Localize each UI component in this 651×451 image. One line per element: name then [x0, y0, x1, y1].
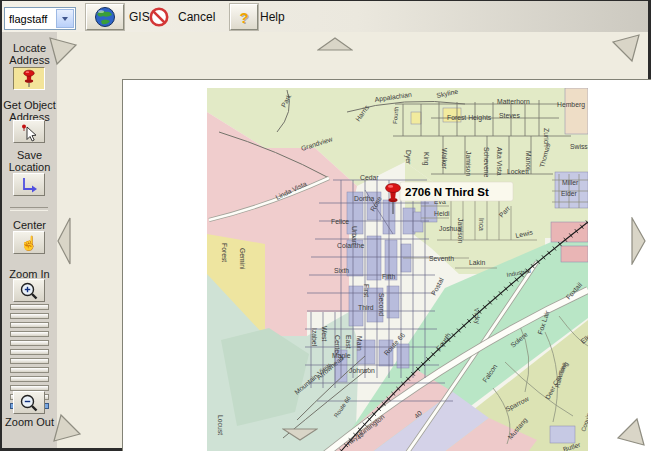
svg-text:Alta Vista: Alta Vista [496, 147, 503, 176]
svg-text:Jamison: Jamison [465, 151, 472, 177]
zoom-level-bar[interactable] [10, 358, 49, 364]
zoom-level-bar[interactable] [10, 340, 49, 346]
svg-text:First: First [363, 284, 370, 297]
svg-text:Schevene: Schevene [483, 147, 490, 177]
svg-text:2706 N Third St: 2706 N Third St [405, 186, 489, 198]
save-location-label: Save Location [2, 149, 57, 173]
svg-text:Steves: Steves [499, 112, 520, 119]
zoom-level-bar[interactable] [10, 304, 49, 310]
bent-arrow-icon [19, 175, 39, 195]
cursor-pin-icon [19, 122, 39, 142]
pan-down-right-arrow[interactable] [612, 413, 646, 447]
svg-text:Forest Heights: Forest Heights [447, 114, 492, 122]
help-button[interactable]: ? [230, 4, 258, 30]
cancel-label: Cancel [178, 10, 215, 24]
tool-sidebar: Locate Address Get Object Address Save L… [2, 32, 57, 448]
center-label: Center [2, 219, 57, 231]
gis-label: GIS [129, 10, 150, 24]
zoom-in-icon [19, 281, 39, 301]
gis-window: flagstaff GIS Cancel ? Help Locate Addre… [2, 1, 648, 448]
region-dropdown[interactable]: flagstaff [4, 7, 76, 30]
chevron-down-icon[interactable] [56, 9, 74, 28]
zoom-out-label: Zoom Out [2, 416, 57, 428]
svg-text:East: East [345, 335, 352, 349]
help-label: Help [260, 10, 285, 24]
zoom-level-bar[interactable] [10, 376, 49, 382]
pan-right-arrow[interactable] [631, 217, 647, 265]
svg-text:Jamison: Jamison [457, 218, 464, 244]
toolbar: flagstaff GIS Cancel ? Help [2, 1, 648, 33]
svg-text:Colanthe: Colanthe [337, 242, 364, 249]
svg-text:Hemberg: Hemberg [557, 101, 585, 109]
svg-text:Felice: Felice [331, 218, 349, 225]
svg-text:Gemini: Gemini [239, 248, 246, 270]
zoom-level-bar[interactable] [10, 367, 49, 373]
svg-text:Locust: Locust [217, 415, 224, 435]
svg-text:King: King [422, 152, 430, 166]
pan-up-right-arrow[interactable] [607, 33, 641, 67]
svg-text:Johnson: Johnson [349, 367, 375, 374]
save-location-button[interactable] [13, 173, 45, 196]
hand-pointer-icon: ☝ [20, 236, 37, 250]
question-mark-icon: ? [239, 9, 248, 26]
zoom-in-button[interactable] [13, 279, 45, 302]
pan-up-left-arrow[interactable] [48, 36, 78, 66]
svg-text:Dyer: Dyer [404, 150, 412, 165]
cancel-icon[interactable] [148, 6, 170, 28]
svg-text:West: West [321, 326, 328, 341]
svg-text:Lakin: Lakin [469, 259, 485, 266]
pan-up-arrow[interactable] [317, 37, 353, 51]
pan-down-left-arrow[interactable] [52, 413, 82, 443]
region-dropdown-value: flagstaff [5, 13, 55, 25]
svg-text:Second: Second [378, 293, 385, 316]
get-object-address-button[interactable] [13, 120, 45, 143]
pan-down-arrow[interactable] [282, 428, 318, 441]
center-button[interactable]: ☝ [13, 231, 45, 254]
svg-text:Walker: Walker [441, 148, 448, 170]
svg-text:Lockett: Lockett [507, 168, 529, 175]
svg-text:Miller: Miller [562, 179, 579, 186]
zoom-level-bar[interactable] [10, 331, 49, 337]
zoom-level-bar[interactable] [10, 349, 49, 355]
pushpin-icon [19, 69, 39, 89]
globe-icon [93, 5, 117, 29]
pan-left-arrow[interactable] [57, 217, 71, 265]
svg-text:Inca: Inca [478, 218, 485, 231]
svg-text:Seventh: Seventh [429, 255, 454, 262]
locate-address-button[interactable] [13, 67, 45, 90]
map[interactable]: ParkGrandviewLinda VistaAppalachianHarri… [207, 88, 588, 451]
gis-button[interactable] [86, 4, 124, 30]
svg-text:Main: Main [356, 336, 363, 351]
zoom-out-button[interactable] [13, 391, 45, 414]
svg-text:Swiss: Swiss [570, 143, 588, 150]
svg-text:Forest: Forest [221, 243, 228, 262]
separator [10, 207, 48, 211]
svg-text:Elder: Elder [561, 190, 578, 197]
svg-text:Cedar: Cedar [360, 174, 379, 181]
zoom-out-icon [19, 393, 39, 413]
svg-text:Heidi: Heidi [434, 210, 450, 217]
zoom-level-bar[interactable] [10, 322, 49, 328]
svg-text:Dortha: Dortha [354, 195, 375, 202]
svg-text:Sixth: Sixth [334, 267, 349, 274]
svg-text:Izabel: Izabel [311, 328, 318, 347]
map-frame: ParkGrandviewLinda VistaAppalachianHarri… [57, 32, 648, 448]
zoom-level-bar[interactable] [10, 313, 49, 319]
svg-text:Fifth: Fifth [382, 273, 395, 280]
svg-text:Third: Third [358, 304, 374, 311]
svg-text:Matterhorn: Matterhorn [497, 98, 530, 105]
